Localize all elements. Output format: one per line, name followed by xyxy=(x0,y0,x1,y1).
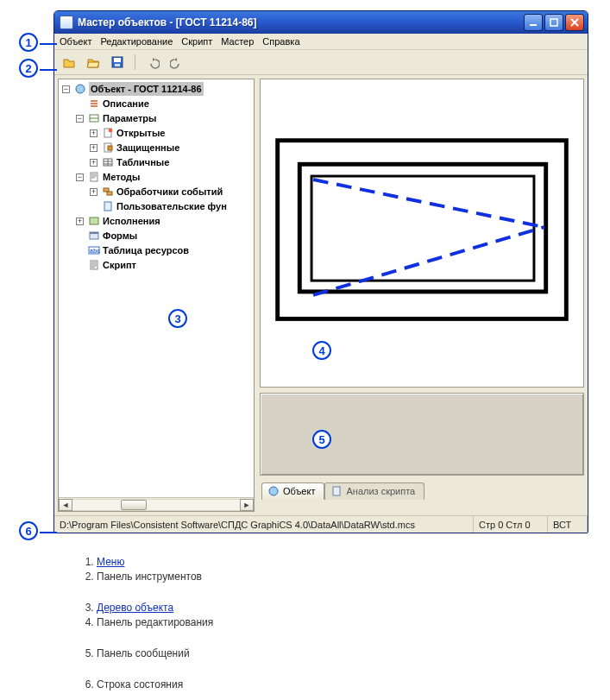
message-panel xyxy=(260,393,584,476)
minimize-button[interactable] xyxy=(524,14,543,31)
tree-forms[interactable]: Формы xyxy=(103,229,137,243)
lock-icon xyxy=(102,142,114,154)
svg-rect-23 xyxy=(90,218,98,224)
maximize-button[interactable] xyxy=(544,14,563,31)
close-button[interactable] xyxy=(565,14,584,31)
status-pos: Стр 0 Стл 0 xyxy=(474,516,548,533)
svg-rect-1 xyxy=(550,19,557,26)
menu-script[interactable]: Скрипт xyxy=(181,36,212,47)
legend-item: Панель сообщений xyxy=(97,647,594,659)
toolbar-separator xyxy=(135,54,135,70)
forms-icon xyxy=(88,230,100,242)
expand-icon[interactable]: + xyxy=(76,218,84,225)
legend-item: Меню xyxy=(97,556,594,568)
svg-text:abc: abc xyxy=(90,248,100,254)
tree-implementations[interactable]: Исполнения xyxy=(103,214,160,228)
svg-point-34 xyxy=(269,487,278,495)
svg-rect-4 xyxy=(115,64,120,66)
tree-param-open[interactable]: Открытые xyxy=(116,126,165,140)
tree-methods[interactable]: Методы xyxy=(103,170,140,184)
status-path: D:\Program Files\Consistent Software\СПД… xyxy=(54,516,474,533)
abc-icon: abc xyxy=(88,244,100,256)
toolbar xyxy=(54,50,588,75)
object-tree[interactable]: − Объект - ГОСТ 11214-86 Опи xyxy=(59,79,254,497)
callout-2: 2 xyxy=(19,59,38,78)
collapse-icon[interactable]: − xyxy=(76,115,84,123)
tree-param-protected[interactable]: Защищенные xyxy=(116,141,179,155)
scroll-left-icon[interactable]: ◄ xyxy=(59,499,72,511)
script-icon xyxy=(88,259,100,271)
scroll-right-icon[interactable]: ► xyxy=(240,499,254,511)
tree-method-handlers[interactable]: Обработчики событий xyxy=(116,185,223,199)
app-window: Мастер объектов - [ГОСТ 11214-86] Объект… xyxy=(53,10,588,533)
svg-line-33 xyxy=(313,227,544,295)
svg-rect-21 xyxy=(107,192,112,195)
window-title: Мастер объектов - [ГОСТ 11214-86] xyxy=(78,16,524,28)
userfn-icon xyxy=(102,200,114,212)
redo-button[interactable] xyxy=(167,53,186,72)
svg-point-12 xyxy=(109,129,113,133)
legend-item: Дерево объекта xyxy=(97,602,594,614)
tree-hscrollbar[interactable]: ◄ ► xyxy=(59,497,254,511)
tree-root[interactable]: Объект - ГОСТ 11214-86 xyxy=(89,82,204,96)
tree-script[interactable]: Скрипт xyxy=(103,258,136,272)
statusbar: D:\Program Files\Consistent Software\СПД… xyxy=(54,515,588,533)
open-folder-button[interactable] xyxy=(84,53,103,72)
legend-link-tree[interactable]: Дерево объекта xyxy=(97,602,173,614)
preview-panel xyxy=(260,79,584,388)
list-icon xyxy=(88,98,100,110)
expand-icon[interactable]: + xyxy=(90,144,97,152)
svg-rect-30 xyxy=(299,164,545,292)
object-tree-panel: − Объект - ГОСТ 11214-86 Опи xyxy=(58,79,255,512)
callout-3: 3 xyxy=(168,309,187,328)
tab-script-analysis[interactable]: Анализ скрипта xyxy=(324,482,424,500)
svg-rect-14 xyxy=(108,146,112,150)
status-ins: ВСТ xyxy=(548,516,588,533)
object-icon xyxy=(74,83,86,95)
menubar: Объект Редактирование Скрипт Мастер Спра… xyxy=(54,34,588,50)
table-icon xyxy=(102,156,114,168)
legend-item: Панель редактирования xyxy=(97,616,594,628)
svg-rect-35 xyxy=(333,487,340,495)
tree-parameters[interactable]: Параметры xyxy=(103,111,156,125)
open-button[interactable] xyxy=(60,53,79,72)
legend-link-menu[interactable]: Меню xyxy=(97,556,124,568)
svg-rect-31 xyxy=(311,176,534,281)
tab-script-analysis-label: Анализ скрипта xyxy=(346,486,415,496)
scroll-thumb[interactable] xyxy=(121,500,147,510)
expand-icon[interactable]: + xyxy=(90,129,97,137)
methods-icon xyxy=(88,171,100,183)
expand-icon[interactable]: + xyxy=(90,159,97,167)
handlers-icon xyxy=(102,186,114,198)
undo-button[interactable] xyxy=(143,53,162,72)
menu-master[interactable]: Мастер xyxy=(221,36,254,47)
impl-icon xyxy=(88,215,100,227)
save-button[interactable] xyxy=(108,53,127,72)
svg-point-5 xyxy=(76,85,85,93)
menu-help[interactable]: Справка xyxy=(262,36,299,47)
titlebar[interactable]: Мастер объектов - [ГОСТ 11214-86] xyxy=(54,11,588,34)
svg-rect-25 xyxy=(90,232,98,234)
tree-description[interactable]: Описание xyxy=(103,97,149,110)
bottom-tabs: Объект Анализ скрипта xyxy=(260,481,584,500)
legend-item: Строка состояния xyxy=(97,678,594,691)
menu-edit[interactable]: Редактирование xyxy=(100,36,173,47)
callout-1: 1 xyxy=(19,33,38,52)
expand-icon[interactable]: + xyxy=(90,188,97,196)
tab-object[interactable]: Объект xyxy=(261,482,324,500)
collapse-icon[interactable]: − xyxy=(62,85,70,93)
collapse-icon[interactable]: − xyxy=(76,173,84,181)
tree-method-userfns[interactable]: Пользовательские фун xyxy=(116,199,227,213)
tree-res-table[interactable]: Таблица ресурсов xyxy=(103,243,189,257)
params-icon xyxy=(88,112,100,124)
callout-5: 5 xyxy=(312,430,331,449)
menu-object[interactable]: Объект xyxy=(60,36,91,47)
legend-item: Панель инструментов xyxy=(97,571,594,583)
svg-rect-0 xyxy=(530,24,537,26)
svg-rect-22 xyxy=(104,202,111,211)
page-icon xyxy=(102,127,114,139)
svg-rect-20 xyxy=(104,188,109,192)
callout-6: 6 xyxy=(19,521,38,540)
tab-object-icon xyxy=(267,485,280,497)
tree-param-table[interactable]: Табличные xyxy=(116,155,169,169)
